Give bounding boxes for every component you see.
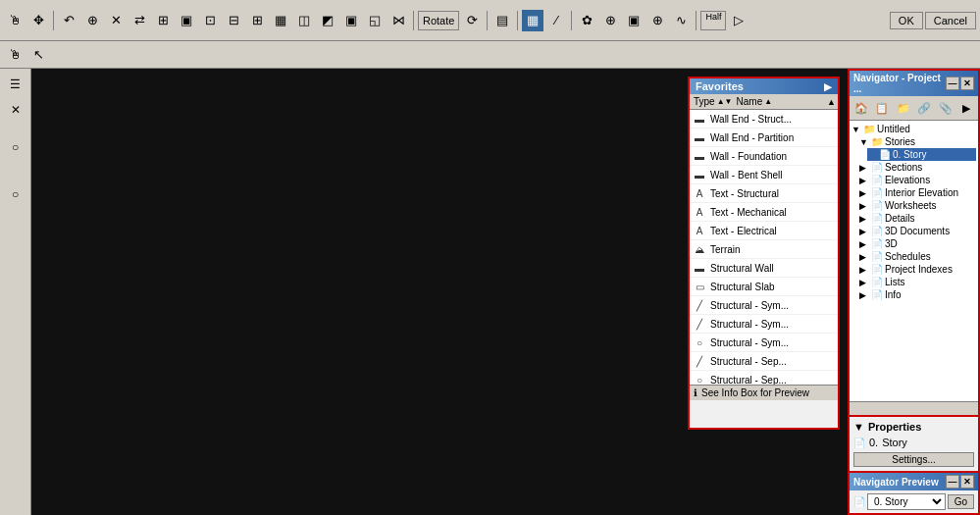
expand-icon[interactable]: ▶: [859, 265, 869, 275]
fav-item[interactable]: ○Structural - Sym...: [690, 334, 838, 352]
nav-close-btn[interactable]: ✕: [960, 77, 974, 90]
prop-story-name: Story: [882, 437, 907, 448]
nav-preview-select[interactable]: 0. Story: [867, 493, 946, 510]
expand-icon[interactable]: ▶: [859, 176, 869, 185]
toolbar-icon-15[interactable]: ▣: [340, 10, 362, 31]
fav-item[interactable]: ╱Structural - Sep...: [690, 352, 838, 371]
expand-icon[interactable]: ▶: [859, 278, 869, 287]
nav-scroll-right[interactable]: ▶: [957, 98, 977, 118]
expand-icon[interactable]: ▼: [859, 137, 869, 147]
nav-tree-info[interactable]: ▶ 📄 Info: [859, 288, 976, 301]
toolbar-rotate-icon[interactable]: ⟳: [461, 10, 483, 31]
expand-icon[interactable]: ▶: [859, 227, 869, 236]
fav-item[interactable]: ▬Wall - Foundation: [690, 147, 838, 166]
fav-item[interactable]: AText - Electrical: [690, 222, 838, 240]
nav-icon-2[interactable]: 📋: [873, 98, 893, 118]
settings-button[interactable]: Settings...: [853, 452, 974, 467]
toolbar-icon-22[interactable]: ⊕: [599, 10, 621, 31]
nav-worksheets-label: Worksheets: [885, 200, 937, 211]
fav-type-col[interactable]: Type ▲▼: [692, 95, 735, 108]
ok-button[interactable]: OK: [890, 12, 923, 29]
fav-item[interactable]: ▬Wall End - Struct...: [690, 110, 838, 129]
fav-scroll-up[interactable]: ▲: [827, 97, 836, 107]
nav-tree-root[interactable]: ▼ 📁 Untitled: [851, 123, 976, 135]
nav-tree-worksheets[interactable]: ▶ 📄 Worksheets: [859, 199, 976, 212]
toolbar-icon-1[interactable]: 🖱: [4, 10, 26, 31]
expand-icon[interactable]: ▶: [859, 252, 869, 262]
toolbar-icon-26[interactable]: ▷: [728, 10, 749, 31]
nav-tree-project-indexes[interactable]: ▶ 📄 Project Indexes: [859, 263, 976, 276]
left-btn-3[interactable]: ○: [4, 182, 27, 206]
expand-icon[interactable]: ▶: [859, 188, 869, 198]
nav-tree-story-0[interactable]: 📄 0. Story: [867, 148, 976, 161]
fav-item[interactable]: AText - Structural: [690, 184, 838, 203]
toolbar-icon-21[interactable]: ✿: [576, 10, 597, 31]
fav-item[interactable]: ▬Structural Wall: [690, 259, 838, 278]
nav-icon-3[interactable]: 📁: [894, 98, 913, 118]
toolbar-icon-11[interactable]: ⊞: [246, 10, 268, 31]
nav-preview-close-btn[interactable]: ✕: [960, 475, 974, 489]
toolbar-icon-17[interactable]: ⋈: [387, 10, 409, 31]
toolbar-icon-14[interactable]: ◩: [317, 10, 338, 31]
left-btn-2[interactable]: ○: [4, 135, 27, 159]
toolbar2-icon-2[interactable]: ↖: [27, 44, 49, 66]
favorites-expand-btn[interactable]: ▶: [824, 81, 832, 92]
nav-tree-interior-elev[interactable]: ▶ 📄 Interior Elevation: [859, 186, 976, 199]
toolbar-icon-3[interactable]: ↶: [58, 10, 79, 31]
toolbar-icon-2[interactable]: ✥: [27, 10, 49, 31]
toolbar-icon-18[interactable]: ▤: [491, 10, 513, 31]
fav-item[interactable]: ╱Structural - Sym...: [690, 315, 838, 334]
nav-preview-minimize-btn[interactable]: —: [946, 475, 959, 489]
fav-item[interactable]: AText - Mechanical: [690, 203, 838, 222]
expand-icon[interactable]: ▶: [859, 290, 869, 300]
expand-icon[interactable]: ▶: [859, 214, 869, 224]
expand-icon[interactable]: ▶: [859, 163, 869, 173]
expand-icon[interactable]: ▶: [859, 239, 869, 249]
fav-item[interactable]: ▬Wall - Bent Shell: [690, 166, 838, 184]
expand-icon[interactable]: ▶: [859, 201, 869, 211]
nav-tree-lists[interactable]: ▶ 📄 Lists: [859, 276, 976, 288]
nav-tree-details[interactable]: ▶ 📄 Details: [859, 212, 976, 225]
nav-icon-4[interactable]: 🔗: [915, 98, 935, 118]
toolbar-icon-23[interactable]: ▣: [623, 10, 645, 31]
fav-item[interactable]: ╱Structural - Sym...: [690, 296, 838, 315]
fav-name-col[interactable]: Name ▲: [735, 95, 775, 108]
nav-tree-3d[interactable]: ▶ 📄 3D: [859, 237, 976, 250]
nav-scroll-track[interactable]: [851, 405, 976, 413]
toolbar-icon-5[interactable]: ✕: [105, 10, 127, 31]
toolbar-icon-6[interactable]: ⇄: [129, 10, 150, 31]
left-btn-close[interactable]: ✕: [4, 98, 27, 122]
fav-item[interactable]: ⛰Terrain: [690, 240, 838, 259]
nav-tree-schedules[interactable]: ▶ 📄 Schedules: [859, 250, 976, 263]
fav-item[interactable]: ▬Wall End - Partition: [690, 129, 838, 147]
toolbar2-icon-1[interactable]: 🖱: [4, 44, 26, 66]
toolbar-icon-10[interactable]: ⊟: [223, 10, 244, 31]
prop-expand-icon[interactable]: ▼: [853, 421, 864, 433]
toolbar-icon-16[interactable]: ◱: [364, 10, 386, 31]
toolbar-icon-8[interactable]: ▣: [176, 10, 197, 31]
fav-item[interactable]: ○Structural - Sep...: [690, 371, 838, 385]
toolbar-icon-24[interactable]: ⊕: [646, 10, 668, 31]
toolbar-icon-12[interactable]: ▦: [270, 10, 291, 31]
toolbar-icon-25[interactable]: ∿: [670, 10, 692, 31]
toolbar-icon-4[interactable]: ⊕: [81, 10, 103, 31]
toolbar-icon-9[interactable]: ⊡: [199, 10, 221, 31]
left-btn-1[interactable]: ☰: [4, 73, 27, 96]
toolbar-icon-7[interactable]: ⊞: [152, 10, 174, 31]
toolbar-icon-13[interactable]: ◫: [293, 10, 315, 31]
nav-icon-5[interactable]: 📎: [936, 98, 955, 118]
nav-preview-go-btn[interactable]: Go: [948, 494, 974, 509]
toolbar-icon-19[interactable]: ▦: [522, 10, 543, 31]
nav-tree-sections[interactable]: ▶ 📄 Sections: [859, 161, 976, 174]
expand-icon[interactable]: ▼: [851, 125, 861, 134]
fav-item-icon: ○: [692, 372, 707, 385]
nav-icon-1[interactable]: 🏠: [851, 98, 871, 118]
cancel-button[interactable]: Cancel: [925, 12, 976, 29]
nav-minimize-btn[interactable]: —: [946, 77, 959, 90]
nav-info-label: Info: [885, 289, 902, 300]
toolbar-icon-20[interactable]: ∕: [545, 10, 567, 31]
fav-item[interactable]: ▭Structural Slab: [690, 278, 838, 296]
nav-tree-stories[interactable]: ▼ 📁 Stories: [859, 135, 976, 148]
nav-tree-3d-docs[interactable]: ▶ 📄 3D Documents: [859, 225, 976, 237]
nav-tree-elevations[interactable]: ▶ 📄 Elevations: [859, 174, 976, 186]
